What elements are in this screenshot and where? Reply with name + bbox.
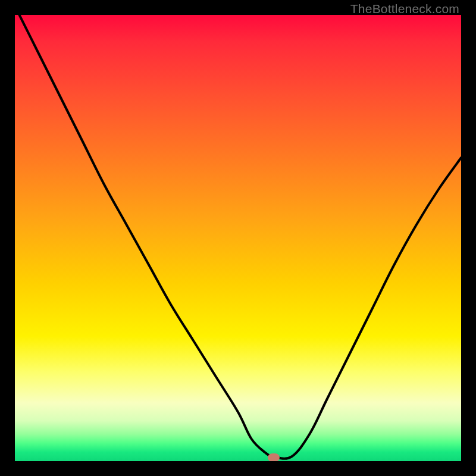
optimal-point-marker (268, 453, 280, 461)
watermark-text: TheBottleneck.com (350, 2, 459, 16)
chart-plot-area (15, 15, 461, 461)
bottleneck-curve (15, 15, 461, 461)
